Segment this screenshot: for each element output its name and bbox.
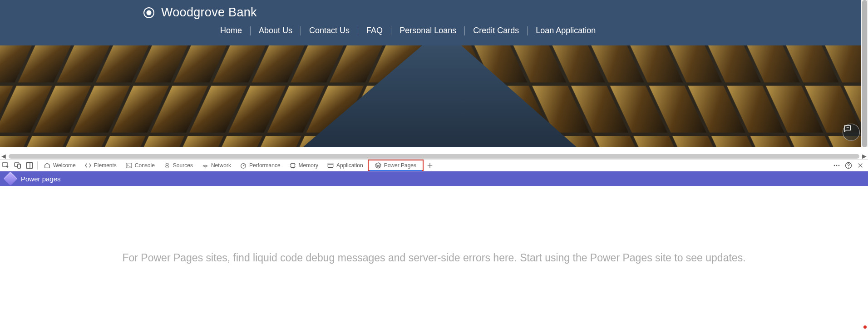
console-error-badge [863,325,867,329]
svg-point-23 [834,165,835,166]
scrollbar-track[interactable] [9,154,859,159]
svg-point-19 [241,163,246,168]
vertical-scrollbar[interactable] [861,0,868,147]
tab-network[interactable]: Network [197,160,236,171]
nav-contact[interactable]: Contact Us [301,26,358,35]
nav-about[interactable]: About Us [251,26,301,35]
inspect-element-icon[interactable] [0,160,12,171]
tab-label: Console [135,162,155,169]
tab-application[interactable]: Application [323,160,368,171]
tab-label: Sources [173,162,193,169]
svg-point-17 [166,163,168,165]
nav-personal-loans[interactable]: Personal Loans [391,26,464,35]
dock-side-icon[interactable] [24,160,35,171]
nav-faq[interactable]: FAQ [358,26,391,35]
tab-label: Elements [94,162,117,169]
tab-performance[interactable]: Performance [236,160,285,171]
svg-point-18 [205,167,206,168]
feedback-button[interactable] [843,124,860,141]
tab-welcome[interactable]: Welcome [39,160,80,171]
site-preview-pane: Woodgrove Bank Home About Us Contact Us … [0,0,868,153]
scrollbar-thumb[interactable] [862,0,867,147]
tab-label: Performance [249,162,281,169]
power-pages-panel-header: Power pages [0,171,868,186]
tab-label: Memory [299,162,318,169]
close-devtools-icon[interactable] [854,160,866,171]
svg-rect-12 [18,164,20,168]
site-brand: Woodgrove Bank [143,0,868,20]
svg-rect-16 [126,163,132,168]
scroll-right-icon[interactable]: ► [862,154,867,159]
help-icon[interactable] [843,160,854,171]
site-header: Woodgrove Bank Home About Us Contact Us … [0,0,868,45]
svg-point-24 [836,165,838,166]
tab-sources[interactable]: Sources [159,160,197,171]
tab-label: Welcome [53,162,76,169]
tab-memory[interactable]: Memory [285,160,323,171]
scroll-left-icon[interactable]: ◄ [1,154,6,159]
power-pages-logo-icon [3,171,17,185]
panel-empty-message: For Power Pages sites, find liquid code … [122,252,745,264]
nav-credit-cards[interactable]: Credit Cards [465,26,527,35]
svg-point-25 [838,165,840,166]
svg-point-1 [147,10,152,15]
nav-loan-application[interactable]: Loan Application [528,26,604,35]
svg-rect-20 [291,163,295,167]
svg-rect-14 [27,162,33,168]
nav-home[interactable]: Home [212,26,250,35]
site-nav: Home About Us Contact Us FAQ Personal Lo… [212,26,868,35]
devtools-separator [37,161,38,170]
device-emulation-icon[interactable] [12,160,24,171]
more-tools-icon[interactable] [831,160,843,171]
tab-power-pages[interactable]: Power Pages [368,160,424,171]
devtools-tabbar: Welcome Elements Console Sources Network… [0,159,868,171]
power-pages-panel-body: For Power Pages sites, find liquid code … [0,186,868,330]
brand-logo-icon [143,7,155,19]
brand-title: Woodgrove Bank [161,5,257,20]
add-tab-button[interactable] [424,160,436,171]
tab-label: Power Pages [384,162,416,169]
tab-console[interactable]: Console [121,160,159,171]
svg-point-27 [848,167,848,167]
tab-label: Application [336,162,363,169]
hero-image [0,45,868,147]
panel-title: Power pages [21,175,61,183]
svg-rect-21 [328,163,333,167]
tab-elements[interactable]: Elements [80,160,121,171]
horizontal-scrollbar[interactable]: ◄ ► [0,153,868,159]
tab-label: Network [211,162,231,169]
